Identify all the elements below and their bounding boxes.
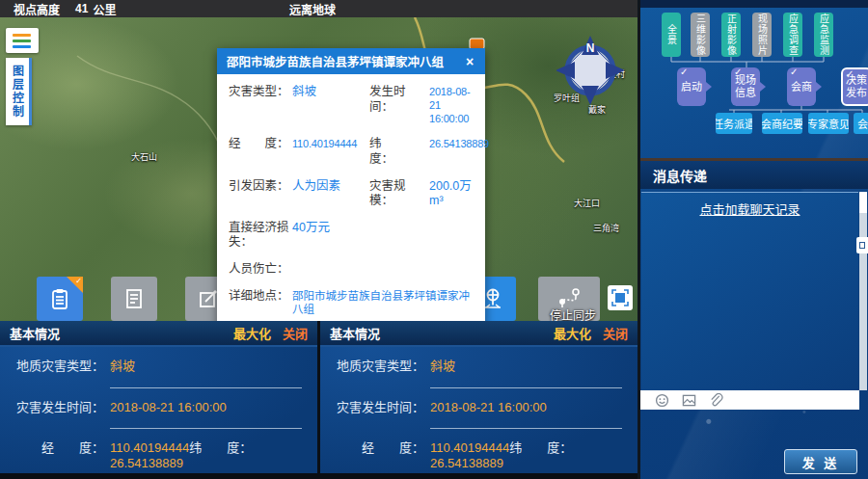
action-task-dispatch[interactable]: 任务派遣 <box>716 113 752 134</box>
popup-title: 邵阳市城步苗族自治县茅坪镇谭家冲八组 <box>227 52 444 70</box>
map-status-bar: 视点高度 41 公里 远离地球 <box>0 0 637 17</box>
field-value: 人为因素 <box>292 179 369 195</box>
basic-info-panel-1: 基本情况 最大化 关闭 地质灾害类型： 斜坡 灾害发生时间： 2018-08-2… <box>0 321 317 479</box>
compass-north-label: N <box>586 41 595 55</box>
chat-toolbar <box>640 390 859 410</box>
left-column: 视点高度 41 公里 远离地球 正村 罗叶组 戴家 大江口 三角湾 温家团 茅坪… <box>0 0 637 479</box>
satellite-map[interactable]: 正村 罗叶组 戴家 大江口 三角湾 温家团 茅坪里 大石山 图层控制 N <box>0 17 637 321</box>
popup-body: 灾害类型： 斜坡 发生时间： 2018-08-21 16:00:00 经 度： … <box>217 74 485 321</box>
emoji-icon[interactable] <box>655 393 669 408</box>
media-button-3d-imagery[interactable]: 三维影像 <box>691 13 710 57</box>
field-value: 110.40194444纬 度：26.54138889 <box>110 440 302 477</box>
check-icon: ✓ <box>790 67 798 78</box>
field-value: 邵阳市城步苗族自治县茅坪镇谭家冲八组 <box>292 289 474 317</box>
media-button-emergency-survey[interactable]: 应急调查 <box>783 13 802 57</box>
close-icon[interactable]: × <box>460 52 479 71</box>
load-chat-link[interactable]: 点击加载聊天记录 <box>641 200 858 218</box>
field-label: 灾害规模： <box>369 179 429 209</box>
menu-toggle-button[interactable] <box>6 28 39 53</box>
panel-body: 地质灾害类型： 斜坡 灾害发生时间： 2018-08-21 16:00:00 经… <box>0 347 317 477</box>
close-button[interactable]: 关闭 <box>603 324 628 342</box>
media-button-ortho-imagery[interactable]: 正射影像 <box>721 13 741 57</box>
field-label: 直接经济损失： <box>229 221 292 251</box>
flow-node-decision-release[interactable]: ✓ 决策发布 <box>841 67 868 106</box>
map-place-label: 大江口 <box>574 197 600 209</box>
field-value: 2018-08-21 16:00:00 <box>429 85 474 125</box>
field-label: 人员伤亡： <box>229 262 292 278</box>
check-icon: ✓ <box>680 67 688 78</box>
chat-history-area[interactable]: 点击加载聊天记录 <box>641 192 858 390</box>
field-label: 引发因素： <box>229 179 292 195</box>
message-panel-title: 消息传递 <box>653 166 707 185</box>
viewpoint-height-unit: 公里 <box>93 1 116 17</box>
fullscreen-icon <box>610 288 630 307</box>
message-panel-header: 消息传递 <box>640 158 868 189</box>
check-icon: ✓ <box>846 68 854 80</box>
flow-node-consultation[interactable]: ✓ 会商 <box>787 67 816 106</box>
maximize-button[interactable]: 最大化 <box>233 324 271 342</box>
action-consultation[interactable]: 会商 <box>854 113 868 134</box>
check-icon: ✓ <box>75 277 82 285</box>
scrollbar-thumb[interactable] <box>859 192 867 213</box>
check-icon: ✓ <box>734 67 742 78</box>
collapse-icon <box>859 242 865 249</box>
chat-scrollbar[interactable] <box>859 192 867 390</box>
panel-header: 基本情况 最大化 关闭 <box>0 321 317 347</box>
panel-title: 基本情况 <box>10 324 60 342</box>
field-value: 200.0万m³ <box>429 179 474 209</box>
panel-title: 基本情况 <box>330 324 380 342</box>
field-label: 地质灾害类型： <box>0 359 104 388</box>
field-label: 发生时间： <box>369 85 429 115</box>
field-value: 110.40194444纬 度：26.54138889 <box>430 440 622 477</box>
layer-control-button[interactable]: 图层控制 <box>6 58 32 125</box>
tool-basic-info-button[interactable]: ✓ <box>37 277 83 321</box>
field-value: 2018-08-21 16:00:00 <box>110 400 302 430</box>
field-label: 灾害发生时间： <box>0 400 104 430</box>
field-value: 斜坡 <box>292 85 369 100</box>
disaster-info-popup: 邵阳市城步苗族自治县茅坪镇谭家冲八组 × 灾害类型： 斜坡 发生时间： 2018… <box>217 48 485 321</box>
document-icon <box>122 286 147 311</box>
field-label: 纬 度： <box>509 440 572 455</box>
field-label: 详细地点： <box>229 289 292 305</box>
bottom-edge-bar <box>0 473 637 479</box>
field-label: 经 度： <box>229 137 292 152</box>
field-value: 斜坡 <box>110 359 302 388</box>
field-label: 纬 度： <box>369 137 429 167</box>
tool-document-button[interactable] <box>111 277 157 321</box>
map-place-label: 戴家 <box>588 103 606 116</box>
panel-header: 基本情况 最大化 关闭 <box>320 321 637 347</box>
action-meeting-minutes[interactable]: 会商纪要 <box>762 113 802 134</box>
media-button-site-photos[interactable]: 现场照片 <box>752 13 772 57</box>
camera-mode-label: 远离地球 <box>289 1 336 17</box>
workflow-panel: 全景 三维影像 正射影像 现场照片 应急调查 应急监测 ✓ 启动 ✓ 现场信息 … <box>640 0 868 479</box>
maximize-button[interactable]: 最大化 <box>554 324 591 342</box>
send-button[interactable]: 发 送 <box>784 449 857 474</box>
map-place-label: 大石山 <box>131 150 157 163</box>
stop-sync-label[interactable]: 停止同步 <box>536 306 610 321</box>
compass-rose[interactable]: N <box>556 33 624 104</box>
panel-collapse-handle[interactable] <box>856 237 868 253</box>
field-label: 灾害发生时间： <box>320 400 424 430</box>
field-label: 灾害类型： <box>229 85 292 100</box>
field-value: 斜坡 <box>430 359 622 388</box>
viewpoint-height-value: 41 <box>75 2 88 15</box>
field-label: 地质灾害类型： <box>320 359 424 388</box>
map-place-label: 三角湾 <box>593 222 619 234</box>
paperclip-icon[interactable] <box>709 393 723 408</box>
hamburger-icon <box>13 34 31 37</box>
field-label: 经 度： <box>320 440 424 477</box>
tool-fullscreen-button[interactable] <box>608 285 633 310</box>
field-label: 经 度： <box>0 440 104 477</box>
panel-divider <box>637 0 640 479</box>
layer-control-label: 图层控制 <box>10 65 26 119</box>
media-button-emergency-monitoring[interactable]: 应急监测 <box>814 13 833 57</box>
media-button-panorama[interactable]: 全景 <box>662 13 681 57</box>
field-value: 26.54138889 <box>429 137 489 151</box>
flow-node-start[interactable]: ✓ 启动 <box>677 67 706 106</box>
image-icon[interactable] <box>682 393 696 408</box>
field-value: 40万元 <box>292 221 474 236</box>
flow-node-site-info[interactable]: ✓ 现场信息 <box>731 67 760 106</box>
close-button[interactable]: 关闭 <box>283 324 308 342</box>
action-expert-opinion[interactable]: 专家意见 <box>808 113 849 134</box>
panel-body: 地质灾害类型： 斜坡 灾害发生时间： 2018-08-21 16:00:00 经… <box>320 347 637 477</box>
